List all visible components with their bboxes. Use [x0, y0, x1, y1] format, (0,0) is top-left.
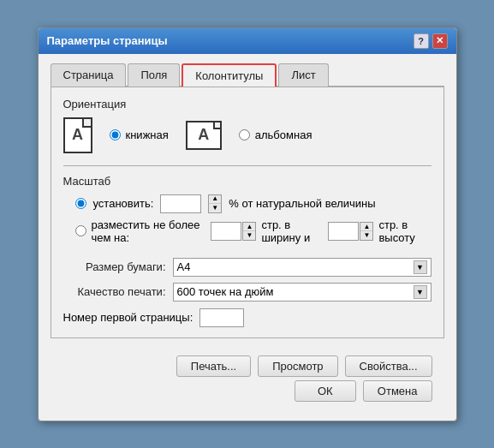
page-corner [82, 119, 91, 128]
page-settings-dialog: Параметры страницы ? ✕ Страница Поля Кол… [38, 27, 457, 421]
fit-pages-label: разместить не более чем на: [92, 218, 206, 244]
title-bar-buttons: ? ✕ [414, 33, 448, 49]
scale-value-input[interactable]: 100 [160, 194, 201, 213]
fit-pages-row: разместить не более чем на: 1 ▲ ▼ стр. в… [63, 218, 432, 244]
set-scale-label: установить: [93, 197, 154, 210]
close-button[interactable]: ✕ [432, 33, 448, 49]
portrait-label: книжная [126, 128, 169, 141]
scale-down-btn[interactable]: ▼ [209, 204, 221, 212]
print-quality-row: Качество печати: 600 точек на дюйм ▼ [63, 283, 432, 302]
landscape-label: альбомная [255, 128, 312, 141]
scale-spinner: ▲ ▼ [208, 194, 222, 213]
fit-height-up-btn[interactable]: ▲ [360, 223, 372, 231]
paper-size-row: Размер бумаги: A4 ▼ [63, 258, 432, 277]
scale-divider [63, 165, 432, 166]
bottom-buttons: Печать... Просмотр Свойства... [51, 349, 444, 380]
set-scale-row: установить: 100 ▲ ▼ % от натуральной вел… [63, 194, 432, 213]
scale-section-label: Масштаб [63, 175, 432, 188]
tab-bar: Страница Поля Колонтитулы Лист [51, 63, 444, 87]
fit-height-input[interactable]: 1 [328, 222, 359, 241]
fit-height-unit: стр. в высоту [378, 218, 431, 244]
scale-unit-label: % от натуральной величины [229, 197, 375, 210]
fit-width-unit: стр. в ширину и [261, 218, 323, 244]
tab-page[interactable]: Страница [51, 63, 127, 87]
ok-cancel-row: ОК Отмена [51, 380, 444, 410]
print-quality-value: 600 точек на дюйм [177, 285, 274, 298]
landscape-radio[interactable] [239, 129, 250, 140]
fit-pages-radio[interactable] [75, 225, 86, 236]
tab-fields[interactable]: Поля [128, 63, 180, 87]
print-quality-arrow[interactable]: ▼ [414, 285, 427, 299]
paper-size-arrow[interactable]: ▼ [414, 260, 427, 274]
landscape-icon: A [186, 121, 222, 150]
orientation-section-label: Ориентация [63, 98, 432, 111]
landscape-option[interactable]: альбомная [239, 128, 312, 141]
print-quality-label: Качество печати: [63, 285, 166, 298]
fit-height-down-btn[interactable]: ▼ [360, 231, 372, 240]
first-page-row: Номер первой страницы: Авто [63, 308, 432, 327]
dialog-title: Параметры страницы [47, 34, 168, 47]
orientation-row: A книжная A альбомная [63, 117, 432, 153]
portrait-radio[interactable] [110, 129, 121, 140]
fit-width-spinner: ▲ ▼ [242, 222, 256, 241]
paper-size-dropdown[interactable]: A4 ▼ [173, 258, 432, 277]
dialog-body: Страница Поля Колонтитулы Лист Ориентаци… [39, 54, 456, 421]
close-icon: ✕ [436, 35, 443, 46]
page-corner-landscape [213, 122, 220, 129]
properties-button[interactable]: Свойства... [345, 355, 432, 377]
fit-width-up-btn[interactable]: ▲ [243, 223, 255, 231]
help-icon: ? [418, 36, 424, 46]
first-page-label: Номер первой страницы: [63, 311, 193, 324]
tab-sheet[interactable]: Лист [278, 63, 328, 87]
title-bar: Параметры страницы ? ✕ [39, 28, 456, 54]
tab-headers[interactable]: Колонтитулы [182, 63, 277, 87]
help-button[interactable]: ? [414, 33, 429, 49]
fit-width-input[interactable]: 1 [211, 222, 241, 241]
paper-size-label: Размер бумаги: [63, 260, 166, 273]
portrait-icon: A [63, 117, 92, 153]
preview-button[interactable]: Просмотр [258, 355, 337, 377]
print-quality-dropdown[interactable]: 600 точек на дюйм ▼ [173, 283, 432, 302]
paper-size-value: A4 [177, 260, 191, 273]
portrait-option[interactable]: книжная [110, 128, 169, 141]
tab-content: Ориентация A книжная A альбо [51, 87, 444, 338]
fit-height-spinner: ▲ ▼ [360, 222, 373, 241]
set-scale-radio[interactable] [75, 198, 86, 209]
first-page-input[interactable]: Авто [199, 308, 244, 327]
scale-up-btn[interactable]: ▲ [209, 195, 221, 204]
cancel-button[interactable]: Отмена [363, 380, 432, 402]
ok-button[interactable]: ОК [295, 380, 356, 402]
fit-width-down-btn[interactable]: ▼ [243, 231, 255, 240]
print-button[interactable]: Печать... [176, 355, 251, 377]
